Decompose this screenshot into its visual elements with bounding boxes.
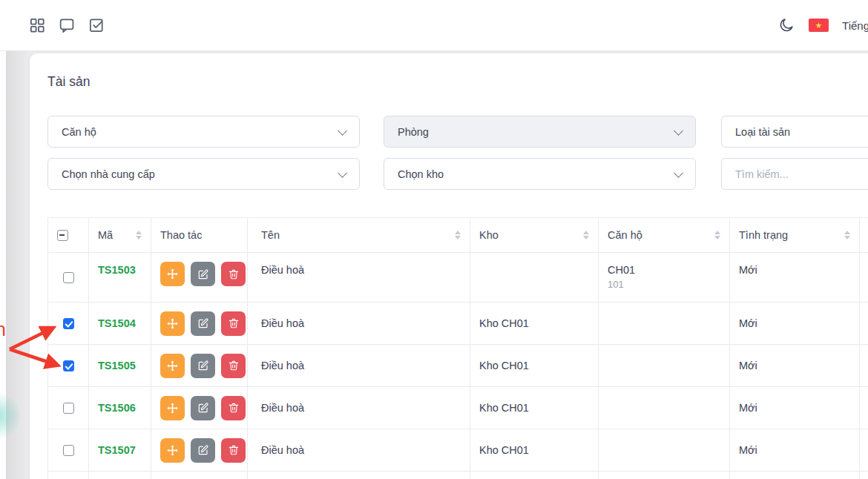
name-cell: Điều hoà (248, 253, 470, 303)
row-select-cell (48, 253, 89, 303)
name-cell: Điều hoà (248, 345, 470, 387)
filter-kho-value: Chọn kho (398, 168, 444, 180)
trash-icon (228, 402, 240, 414)
filter-phong-select[interactable]: Phòng (384, 116, 696, 148)
check-square-icon[interactable] (88, 16, 105, 34)
edit-pencil-icon (197, 268, 209, 280)
name-cell: Điều hoà (248, 387, 470, 429)
row-checkbox[interactable] (63, 360, 74, 371)
edit-button[interactable] (191, 438, 215, 463)
filter-nha-cung-cap-select[interactable]: Chọn nhà cung cấp (47, 158, 360, 190)
sort-icon[interactable] (714, 231, 720, 240)
delete-button[interactable] (221, 354, 246, 378)
move-button[interactable] (160, 396, 185, 420)
name-cell: Điều hoà (248, 429, 470, 472)
sort-icon[interactable] (455, 231, 461, 240)
status-cell: Mới (730, 429, 860, 472)
move-button[interactable] (160, 438, 185, 463)
row-checkbox[interactable] (63, 318, 74, 329)
top-navigation-bar: Tiếng (0, 0, 868, 51)
delete-button[interactable] (221, 262, 246, 286)
column-header-label: Tình trạng (739, 229, 788, 241)
can-ho-value: CH01 (608, 264, 720, 276)
cell (730, 472, 860, 479)
can-ho-cell: CH01101 (599, 253, 730, 303)
status-cell: Mới (730, 387, 860, 429)
column-header-label: Căn hộ (608, 229, 642, 241)
filter-nha-cung-cap-value: Chọn nhà cung cấp (62, 168, 155, 180)
code-cell: TS1507 (89, 429, 151, 472)
trash-icon (228, 317, 240, 329)
filter-loai-tai-san-value: Loại tài sản (735, 126, 790, 138)
can-ho-cell (599, 387, 730, 429)
row-select-cell (48, 303, 89, 345)
filter-loai-tai-san-select[interactable]: Loại tài sản (721, 116, 868, 148)
sort-icon[interactable] (583, 231, 589, 240)
column-header[interactable]: Tên (248, 218, 470, 253)
kho-value: Kho CH01 (479, 360, 529, 371)
actions-cell (151, 345, 248, 387)
topbar-left-icons (28, 16, 105, 34)
edit-pencil-icon (197, 317, 209, 329)
spacer-cell (860, 387, 868, 429)
row-checkbox[interactable] (63, 403, 74, 414)
chevron-down-icon (674, 168, 683, 178)
asset-code-link[interactable]: TS1505 (98, 360, 136, 371)
cell (248, 472, 470, 479)
row-checkbox[interactable] (63, 445, 74, 456)
table-header-row: MãThao tácTênKhoCăn hộTình trạng (48, 218, 868, 253)
move-icon (166, 360, 179, 372)
filter-kho-select[interactable]: Chọn kho (384, 158, 696, 190)
status-cell: Mới (730, 253, 860, 303)
filter-can-ho-select[interactable]: Căn hộ (47, 116, 360, 148)
table-row: TS1506Điều hoàKho CH01Mới (48, 387, 868, 429)
vietnam-flag-icon[interactable] (809, 19, 829, 32)
asset-name: Điều hoà (261, 444, 304, 456)
select-all-checkbox[interactable] (57, 230, 68, 241)
actions-cell (151, 429, 248, 472)
chat-icon[interactable] (58, 16, 76, 34)
delete-button[interactable] (221, 438, 246, 463)
table-row: TS1503Điều hoàCH01101Mới (48, 253, 868, 303)
status-value: Mới (739, 264, 757, 276)
move-button[interactable] (160, 311, 185, 336)
can-ho-cell (599, 429, 730, 472)
code-cell: TS1504 (89, 303, 151, 345)
sort-icon[interactable] (844, 231, 850, 240)
actions-cell (151, 303, 248, 345)
row-checkbox[interactable] (63, 272, 74, 283)
status-cell: Mới (730, 345, 860, 387)
move-icon (166, 317, 179, 330)
edit-button[interactable] (191, 354, 215, 378)
table-row: TS1504Điều hoàKho CH01Mới (48, 303, 868, 345)
edit-button[interactable] (191, 396, 215, 420)
topbar-right: Tiếng (777, 0, 868, 50)
sort-icon[interactable] (136, 231, 142, 240)
status-value: Mới (739, 402, 757, 414)
asset-code-link[interactable]: TS1507 (98, 444, 136, 456)
table-row: TS1505Điều hoàKho CH01Mới (48, 345, 868, 387)
spacer-cell (860, 429, 868, 472)
edit-button[interactable] (191, 262, 215, 286)
can-ho-cell (599, 345, 730, 387)
asset-code-link[interactable]: TS1503 (98, 264, 136, 276)
move-button[interactable] (160, 262, 185, 286)
asset-code-link[interactable]: TS1506 (98, 402, 136, 414)
delete-button[interactable] (221, 396, 246, 420)
apps-grid-icon[interactable] (28, 16, 46, 34)
dark-mode-moon-icon[interactable] (777, 16, 795, 34)
cell (89, 472, 151, 479)
column-header[interactable]: Kho (470, 218, 599, 253)
move-button[interactable] (160, 354, 185, 378)
asset-code-link[interactable]: TS1504 (98, 317, 136, 329)
edit-button[interactable] (191, 311, 215, 336)
chevron-down-icon (338, 126, 347, 136)
column-header[interactable]: Mã (89, 218, 151, 253)
delete-button[interactable] (221, 311, 246, 336)
search-input[interactable] (722, 159, 868, 189)
asset-name: Điều hoà (261, 317, 304, 329)
column-header[interactable]: Tình trạng (730, 218, 860, 253)
language-label[interactable]: Tiếng (842, 19, 868, 32)
cell (48, 472, 89, 479)
column-header[interactable]: Căn hộ (599, 218, 730, 253)
